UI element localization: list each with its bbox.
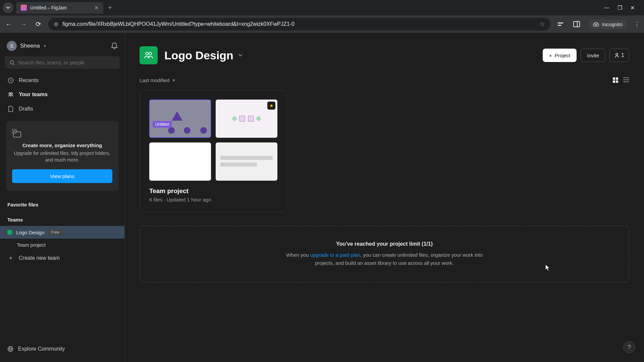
svg-point-10 (11, 93, 13, 95)
back-button[interactable]: ← (4, 20, 13, 28)
svg-point-19 (149, 52, 152, 55)
team-dropdown-icon[interactable] (238, 54, 243, 57)
person-icon (614, 53, 619, 58)
main-content: Logo Design + Project Invite 1 Last modi… (125, 33, 644, 362)
plus-icon: + (549, 53, 552, 58)
incognito-icon (593, 22, 599, 26)
team-project-item[interactable]: Team project (0, 239, 124, 251)
user-menu[interactable]: S Sheena ▼ (7, 41, 47, 51)
explore-community[interactable]: Explore Community (0, 341, 124, 357)
site-settings-icon[interactable]: ⚙ (54, 21, 58, 27)
maximize-icon[interactable]: ❐ (618, 5, 622, 11)
limit-title: You've reached your project limit (1/1) (155, 241, 614, 247)
chrome-menu-icon[interactable]: ⋮ (634, 20, 640, 28)
svg-rect-2 (574, 21, 580, 27)
svg-rect-24 (616, 80, 618, 83)
nav-your-teams[interactable]: Your teams (0, 87, 124, 102)
incognito-badge[interactable]: Incognito (588, 19, 627, 29)
nav-label: Recents (19, 77, 39, 83)
user-name: Sheena (20, 43, 40, 49)
team-color-swatch (7, 230, 12, 235)
teams-section-label: Teams (0, 211, 124, 226)
search-input-wrap[interactable] (5, 56, 120, 69)
members-button[interactable]: 1 (609, 49, 629, 62)
avatar: S (7, 41, 17, 51)
view-plans-button[interactable]: View plans (12, 169, 112, 183)
svg-point-18 (146, 52, 148, 55)
upsell-text: Upgrade for unlimited files, tidy projec… (12, 150, 112, 163)
create-team-label: Create new team (19, 255, 60, 261)
upsell-title: Create more, organize everything (12, 142, 112, 148)
project-card[interactable]: Untitled ★ Team project 6 files · Update… (140, 90, 287, 212)
nav-drafts[interactable]: Drafts (0, 102, 124, 116)
file-thumbnail[interactable]: Untitled (149, 100, 211, 138)
svg-point-6 (10, 61, 13, 64)
chevron-down-icon: ▼ (43, 44, 47, 48)
drafts-icon (7, 106, 14, 112)
file-thumbnail[interactable] (216, 142, 277, 181)
reload-button[interactable]: ⟳ (34, 20, 43, 28)
url-text: figma.com/file/XRxbBjeWLbiQHPOO41JyWm/Un… (62, 21, 536, 27)
upgrade-link[interactable]: upgrade to a paid plan (310, 252, 360, 258)
teams-icon (7, 92, 14, 98)
svg-rect-23 (613, 80, 615, 83)
team-name: Logo Design (16, 230, 44, 235)
grid-view-icon[interactable] (612, 77, 619, 83)
incognito-label: Incognito (602, 21, 623, 27)
nav-label: Drafts (19, 106, 33, 112)
close-window-icon[interactable]: ✕ (630, 5, 635, 11)
svg-point-4 (593, 24, 596, 26)
plan-badge: Free (48, 229, 62, 235)
notifications-icon[interactable] (111, 42, 118, 50)
create-team-button[interactable]: + Create new team (0, 251, 124, 265)
globe-icon (7, 346, 13, 352)
project-limit-banner: You've reached your project limit (1/1) … (140, 226, 629, 283)
sidebar: S Sheena ▼ Recents Your teams (0, 33, 125, 362)
svg-rect-21 (613, 77, 615, 80)
browser-tab[interactable]: Untitled – FigJam ✕ (16, 2, 103, 14)
team-item-logo-design[interactable]: Logo Design Free (0, 226, 124, 239)
sort-label: Last modified (140, 77, 169, 83)
clock-icon (7, 77, 14, 83)
project-meta: 6 files · Updated 1 hour ago (149, 197, 277, 202)
extensions-icon[interactable] (556, 21, 565, 27)
new-project-button[interactable]: + Project (543, 49, 577, 62)
members-count: 1 (621, 52, 624, 58)
svg-point-5 (596, 24, 599, 26)
upsell-folder-icon (12, 129, 112, 138)
sidepanel-icon[interactable] (572, 21, 581, 27)
svg-line-7 (13, 64, 14, 65)
svg-point-9 (9, 93, 11, 95)
svg-point-20 (616, 53, 618, 55)
minimize-icon[interactable]: ― (604, 5, 609, 11)
tab-close-icon[interactable]: ✕ (94, 5, 99, 11)
project-title: Team project (149, 187, 277, 195)
svg-rect-1 (558, 25, 561, 26)
file-thumbnail[interactable] (149, 142, 211, 181)
project-btn-label: Project (555, 53, 571, 58)
address-bar[interactable]: ⚙ figma.com/file/XRxbBjeWLbiQHPOO41JyWm/… (48, 18, 550, 31)
invite-button[interactable]: Invite (581, 49, 605, 62)
team-icon (140, 46, 158, 64)
bookmark-star-icon[interactable]: ☆ (540, 20, 545, 28)
search-input[interactable] (18, 60, 115, 65)
forward-button[interactable]: → (19, 20, 28, 28)
sort-dropdown[interactable]: Last modified ▼ (140, 77, 175, 83)
file-thumbnail[interactable]: ★ (216, 100, 277, 138)
limit-text: When you upgrade to a paid plan, you can… (277, 251, 492, 267)
figma-favicon (21, 5, 27, 11)
tab-search-dropdown[interactable] (3, 2, 13, 13)
svg-rect-0 (558, 22, 563, 23)
new-tab-button[interactable]: + (105, 2, 115, 13)
tab-title: Untitled – FigJam (30, 5, 91, 10)
favorites-section-label: Favorite files (0, 196, 124, 211)
plus-icon: + (7, 255, 14, 261)
help-button[interactable]: ? (623, 341, 635, 353)
svg-rect-22 (616, 77, 618, 80)
upsell-card: Create more, organize everything Upgrade… (6, 121, 118, 191)
nav-label: Your teams (19, 92, 48, 98)
search-icon (9, 60, 15, 65)
nav-recents[interactable]: Recents (0, 73, 124, 87)
list-view-icon[interactable] (623, 77, 629, 83)
thumb-label: Untitled (153, 121, 172, 128)
